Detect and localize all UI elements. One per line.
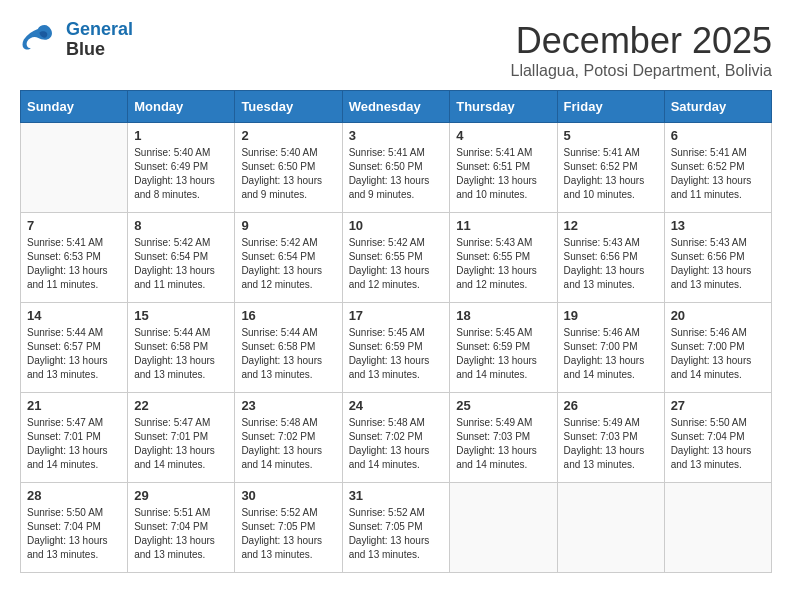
day-info: Sunrise: 5:40 AMSunset: 6:49 PMDaylight:… [134, 146, 228, 202]
calendar-cell: 31Sunrise: 5:52 AMSunset: 7:05 PMDayligh… [342, 483, 450, 573]
header-friday: Friday [557, 91, 664, 123]
day-info: Sunrise: 5:43 AMSunset: 6:55 PMDaylight:… [456, 236, 550, 292]
calendar-cell: 19Sunrise: 5:46 AMSunset: 7:00 PMDayligh… [557, 303, 664, 393]
calendar-cell: 22Sunrise: 5:47 AMSunset: 7:01 PMDayligh… [128, 393, 235, 483]
header-tuesday: Tuesday [235, 91, 342, 123]
logo: General Blue [20, 20, 133, 60]
day-number: 23 [241, 398, 335, 413]
calendar-table: SundayMondayTuesdayWednesdayThursdayFrid… [20, 90, 772, 573]
day-info: Sunrise: 5:41 AMSunset: 6:51 PMDaylight:… [456, 146, 550, 202]
location-subtitle: Llallagua, Potosi Department, Bolivia [511, 62, 772, 80]
calendar-cell: 8Sunrise: 5:42 AMSunset: 6:54 PMDaylight… [128, 213, 235, 303]
day-info: Sunrise: 5:42 AMSunset: 6:54 PMDaylight:… [134, 236, 228, 292]
day-info: Sunrise: 5:49 AMSunset: 7:03 PMDaylight:… [564, 416, 658, 472]
calendar-cell: 6Sunrise: 5:41 AMSunset: 6:52 PMDaylight… [664, 123, 771, 213]
header-monday: Monday [128, 91, 235, 123]
calendar-cell: 29Sunrise: 5:51 AMSunset: 7:04 PMDayligh… [128, 483, 235, 573]
day-info: Sunrise: 5:51 AMSunset: 7:04 PMDaylight:… [134, 506, 228, 562]
calendar-cell: 24Sunrise: 5:48 AMSunset: 7:02 PMDayligh… [342, 393, 450, 483]
day-info: Sunrise: 5:48 AMSunset: 7:02 PMDaylight:… [241, 416, 335, 472]
day-number: 11 [456, 218, 550, 233]
calendar-cell: 1Sunrise: 5:40 AMSunset: 6:49 PMDaylight… [128, 123, 235, 213]
day-info: Sunrise: 5:44 AMSunset: 6:58 PMDaylight:… [241, 326, 335, 382]
day-number: 30 [241, 488, 335, 503]
day-number: 25 [456, 398, 550, 413]
day-info: Sunrise: 5:52 AMSunset: 7:05 PMDaylight:… [349, 506, 444, 562]
logo-icon [20, 22, 60, 57]
day-number: 13 [671, 218, 765, 233]
day-info: Sunrise: 5:48 AMSunset: 7:02 PMDaylight:… [349, 416, 444, 472]
day-number: 1 [134, 128, 228, 143]
day-info: Sunrise: 5:46 AMSunset: 7:00 PMDaylight:… [671, 326, 765, 382]
day-number: 10 [349, 218, 444, 233]
day-number: 8 [134, 218, 228, 233]
calendar-cell [557, 483, 664, 573]
day-info: Sunrise: 5:41 AMSunset: 6:52 PMDaylight:… [671, 146, 765, 202]
header-sunday: Sunday [21, 91, 128, 123]
calendar-cell: 17Sunrise: 5:45 AMSunset: 6:59 PMDayligh… [342, 303, 450, 393]
logo-text: General Blue [66, 20, 133, 60]
calendar-cell: 25Sunrise: 5:49 AMSunset: 7:03 PMDayligh… [450, 393, 557, 483]
day-number: 3 [349, 128, 444, 143]
day-info: Sunrise: 5:43 AMSunset: 6:56 PMDaylight:… [564, 236, 658, 292]
calendar-cell: 14Sunrise: 5:44 AMSunset: 6:57 PMDayligh… [21, 303, 128, 393]
day-number: 14 [27, 308, 121, 323]
day-number: 16 [241, 308, 335, 323]
calendar-cell: 4Sunrise: 5:41 AMSunset: 6:51 PMDaylight… [450, 123, 557, 213]
day-number: 18 [456, 308, 550, 323]
day-number: 27 [671, 398, 765, 413]
day-number: 17 [349, 308, 444, 323]
day-number: 31 [349, 488, 444, 503]
page-header: General Blue December 2025 Llallagua, Po… [20, 20, 772, 80]
day-number: 20 [671, 308, 765, 323]
calendar-cell: 3Sunrise: 5:41 AMSunset: 6:50 PMDaylight… [342, 123, 450, 213]
day-number: 19 [564, 308, 658, 323]
calendar-cell: 23Sunrise: 5:48 AMSunset: 7:02 PMDayligh… [235, 393, 342, 483]
day-info: Sunrise: 5:50 AMSunset: 7:04 PMDaylight:… [27, 506, 121, 562]
week-row-3: 14Sunrise: 5:44 AMSunset: 6:57 PMDayligh… [21, 303, 772, 393]
calendar-cell: 30Sunrise: 5:52 AMSunset: 7:05 PMDayligh… [235, 483, 342, 573]
calendar-cell: 5Sunrise: 5:41 AMSunset: 6:52 PMDaylight… [557, 123, 664, 213]
day-number: 12 [564, 218, 658, 233]
calendar-cell: 12Sunrise: 5:43 AMSunset: 6:56 PMDayligh… [557, 213, 664, 303]
header-wednesday: Wednesday [342, 91, 450, 123]
calendar-cell: 26Sunrise: 5:49 AMSunset: 7:03 PMDayligh… [557, 393, 664, 483]
week-row-4: 21Sunrise: 5:47 AMSunset: 7:01 PMDayligh… [21, 393, 772, 483]
calendar-cell: 13Sunrise: 5:43 AMSunset: 6:56 PMDayligh… [664, 213, 771, 303]
calendar-cell: 11Sunrise: 5:43 AMSunset: 6:55 PMDayligh… [450, 213, 557, 303]
calendar-cell: 18Sunrise: 5:45 AMSunset: 6:59 PMDayligh… [450, 303, 557, 393]
day-number: 28 [27, 488, 121, 503]
title-section: December 2025 Llallagua, Potosi Departme… [511, 20, 772, 80]
day-number: 9 [241, 218, 335, 233]
day-info: Sunrise: 5:45 AMSunset: 6:59 PMDaylight:… [456, 326, 550, 382]
day-number: 22 [134, 398, 228, 413]
day-number: 21 [27, 398, 121, 413]
day-info: Sunrise: 5:45 AMSunset: 6:59 PMDaylight:… [349, 326, 444, 382]
week-row-5: 28Sunrise: 5:50 AMSunset: 7:04 PMDayligh… [21, 483, 772, 573]
logo-line2: Blue [66, 40, 133, 60]
header-saturday: Saturday [664, 91, 771, 123]
day-info: Sunrise: 5:40 AMSunset: 6:50 PMDaylight:… [241, 146, 335, 202]
day-info: Sunrise: 5:44 AMSunset: 6:58 PMDaylight:… [134, 326, 228, 382]
calendar-cell: 28Sunrise: 5:50 AMSunset: 7:04 PMDayligh… [21, 483, 128, 573]
calendar-header-row: SundayMondayTuesdayWednesdayThursdayFrid… [21, 91, 772, 123]
day-info: Sunrise: 5:42 AMSunset: 6:55 PMDaylight:… [349, 236, 444, 292]
logo-line1: General [66, 19, 133, 39]
calendar-cell: 16Sunrise: 5:44 AMSunset: 6:58 PMDayligh… [235, 303, 342, 393]
day-number: 6 [671, 128, 765, 143]
day-info: Sunrise: 5:46 AMSunset: 7:00 PMDaylight:… [564, 326, 658, 382]
day-number: 26 [564, 398, 658, 413]
calendar-cell: 2Sunrise: 5:40 AMSunset: 6:50 PMDaylight… [235, 123, 342, 213]
day-number: 29 [134, 488, 228, 503]
calendar-cell: 20Sunrise: 5:46 AMSunset: 7:00 PMDayligh… [664, 303, 771, 393]
calendar-cell: 27Sunrise: 5:50 AMSunset: 7:04 PMDayligh… [664, 393, 771, 483]
calendar-cell [664, 483, 771, 573]
day-info: Sunrise: 5:43 AMSunset: 6:56 PMDaylight:… [671, 236, 765, 292]
calendar-cell: 7Sunrise: 5:41 AMSunset: 6:53 PMDaylight… [21, 213, 128, 303]
day-number: 2 [241, 128, 335, 143]
week-row-2: 7Sunrise: 5:41 AMSunset: 6:53 PMDaylight… [21, 213, 772, 303]
calendar-cell: 21Sunrise: 5:47 AMSunset: 7:01 PMDayligh… [21, 393, 128, 483]
calendar-cell [450, 483, 557, 573]
day-number: 5 [564, 128, 658, 143]
day-info: Sunrise: 5:52 AMSunset: 7:05 PMDaylight:… [241, 506, 335, 562]
